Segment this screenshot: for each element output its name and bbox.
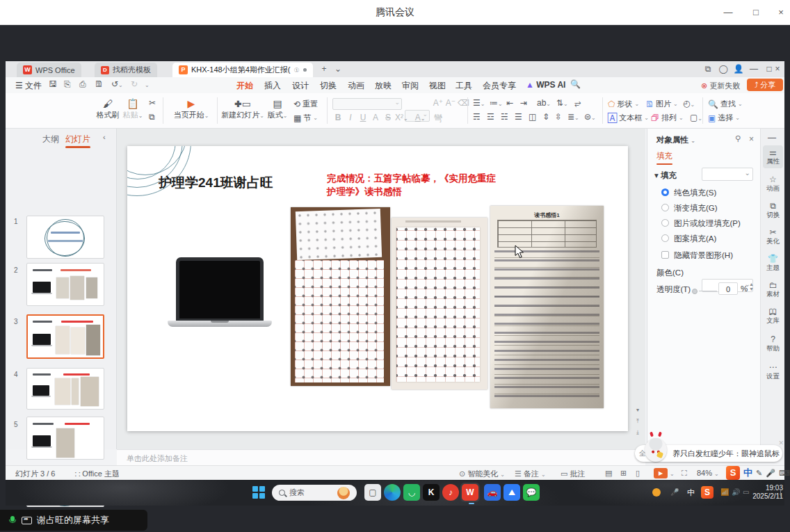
italic-icon[interactable]: I (345, 113, 356, 122)
hide-background-label[interactable]: 隐藏背景图形(H) (674, 250, 733, 261)
dock-collapse-icon[interactable]: — (768, 133, 776, 143)
new-slide-button[interactable]: 🞧▭新建幻灯片⌄ (221, 98, 264, 120)
menu-slideshow[interactable]: 放映 (375, 80, 392, 92)
laptop-image[interactable] (176, 257, 264, 321)
smart-beautify-button[interactable]: ⊙ 智能美化 ⌄ (459, 469, 505, 479)
gradient-fill-radio[interactable] (661, 204, 669, 211)
output-icon[interactable]: ⎘ (64, 79, 71, 89)
show-desktop-strip[interactable] (780, 490, 783, 497)
font-color-icon[interactable]: A⌄ (414, 113, 426, 122)
notes-toggle-button[interactable]: ☰ 备注 ⌄ (515, 469, 546, 479)
line-options-icon[interactable]: ≣⌄ (567, 112, 579, 122)
align-objects-icon[interactable]: ⊜⌄ (584, 112, 596, 122)
slide-thumbnail-1[interactable] (26, 216, 104, 259)
slide-sorter-button[interactable]: ⊞ (620, 469, 627, 478)
arrange-button[interactable]: 🗇排列⌄ (651, 113, 684, 123)
dock-animation[interactable]: ☆动画 (763, 175, 783, 193)
share-mic-icon[interactable] (8, 516, 17, 524)
slides-tab[interactable]: 幻灯片 (65, 134, 90, 145)
texture-fill-label[interactable]: 图片或纹理填充(P) (674, 218, 741, 229)
previous-slide-button[interactable]: ⤒ (634, 418, 642, 425)
indent-icon[interactable]: ⇥ (520, 98, 527, 108)
paste-button[interactable]: 📋粘贴⌄ (121, 98, 145, 120)
taskbar-app-mountain[interactable]: ⛰ (503, 484, 520, 501)
taskbar-app-edge[interactable] (384, 484, 401, 501)
tray-orange-app-icon[interactable] (652, 488, 661, 497)
menu-insert[interactable]: 插入 (264, 80, 281, 92)
text-sort-icon[interactable]: ⇅⌄ (556, 98, 568, 108)
notes-bar[interactable]: 单击此处添加备注 (117, 449, 645, 465)
completion-text-line2[interactable]: 护理学》读书感悟 (327, 186, 402, 198)
text-direction-icon[interactable]: ab⌄ (537, 98, 551, 108)
gradient-fill-label[interactable]: 渐变填充(G) (674, 203, 718, 213)
save-icon[interactable]: 🖫 (49, 79, 57, 89)
windows-start-button[interactable] (252, 486, 265, 499)
taskbar-app-wps[interactable]: W (462, 484, 478, 501)
tab-document[interactable]: P KHX-148小组第4期作业汇报( ① (172, 63, 313, 77)
tab-wps-office[interactable]: W WPS Office (17, 63, 81, 77)
menu-animation[interactable]: 动画 (348, 80, 364, 92)
dock-assets[interactable]: 🗀素材 (763, 280, 783, 299)
pen-icon[interactable]: ✎ (756, 469, 762, 478)
completion-text-line1[interactable]: 完成情况：五篇字帖临摹，《实用危重症 (327, 172, 496, 185)
picture-button[interactable]: 🖻图片⌄ (645, 99, 678, 109)
play-options-chevron-icon[interactable]: ⌄ (670, 471, 675, 477)
find-button[interactable]: 🔍查找⌄ (708, 99, 743, 109)
strikethrough-icon[interactable]: S (382, 113, 394, 122)
slide-thumbnail-5[interactable] (26, 417, 104, 460)
solid-fill-label[interactable]: 纯色填充(S) (674, 188, 716, 198)
search-icon[interactable]: 🔍 (570, 79, 581, 89)
line-spacing-icon[interactable]: ⇕ (542, 112, 549, 122)
fill-style-combobox[interactable] (702, 168, 753, 181)
volume-icon[interactable]: 🔊 (732, 488, 740, 496)
char-spacing-icon[interactable]: A (370, 113, 381, 122)
reset-button[interactable]: ⟲重置 (293, 99, 318, 109)
bold-icon[interactable]: B (332, 113, 344, 122)
taskbar-app-netease-music[interactable]: ♪ (442, 484, 459, 501)
reading-notes-photo[interactable]: 读书感悟1 (490, 206, 604, 408)
tray-ime-lang[interactable]: 中 (687, 487, 695, 498)
opacity-slider-handle[interactable] (692, 289, 698, 294)
dock-settings[interactable]: ⋯设置 (763, 362, 783, 381)
redo-icon[interactable]: ↻ (131, 79, 138, 89)
print-preview-icon[interactable]: 🖺 (95, 79, 103, 89)
dock-transition[interactable]: ⧉切换 (763, 201, 783, 220)
calligraphy-photo-1[interactable] (291, 207, 390, 386)
dock-library[interactable]: 🕮文库 (763, 307, 783, 325)
calligraphy-photo-2[interactable] (392, 218, 487, 389)
quickbar-chevron-icon[interactable]: ⌄ (145, 79, 150, 89)
menu-tools[interactable]: 工具 (456, 80, 472, 92)
taskbar-clock[interactable]: 19:03 2025/2/11 (752, 484, 783, 501)
opacity-slider-track[interactable] (699, 291, 717, 291)
comments-button[interactable]: ▭ 批注 (561, 469, 585, 479)
section-button[interactable]: ▦节⌄ (293, 113, 318, 123)
slideshow-play-button[interactable]: ▶ (654, 468, 668, 478)
taskbar-app-folder[interactable]: ▢ (364, 484, 381, 501)
mic-icon[interactable]: 🎤 (766, 469, 775, 478)
sidebar-collapse-icon[interactable]: ‹ (103, 133, 106, 141)
notes-placeholder[interactable]: 单击此处添加备注 (127, 453, 188, 464)
cut-icon[interactable]: ✂ (149, 98, 156, 108)
wifi-icon[interactable]: 📶 (720, 488, 729, 496)
number-list-icon[interactable]: ≔⌄ (490, 98, 503, 108)
select-button[interactable]: ▣选择⌄ (708, 113, 740, 123)
columns-icon[interactable]: ◫ (529, 112, 536, 122)
panel-close-icon[interactable]: × (749, 134, 754, 144)
dock-beautify[interactable]: ✂美化 (763, 227, 783, 246)
pin-icon[interactable]: ⚲ (735, 134, 741, 143)
next-slide-button[interactable]: ⤓ (634, 429, 642, 436)
pattern-fill-label[interactable]: 图案填充(A) (674, 234, 716, 244)
menu-home[interactable]: 开始 (236, 80, 253, 92)
tray-mic-icon[interactable]: 🎤 (670, 488, 679, 496)
fit-slide-icon[interactable]: ⛶ (682, 469, 687, 478)
theme-indicator[interactable]: ⸬ Office 主题 (75, 469, 120, 479)
convert-diagram-icon[interactable]: ⥂ (574, 98, 581, 108)
hide-background-checkbox[interactable] (661, 251, 669, 259)
taskbar-search-box[interactable]: 搜索 (272, 485, 357, 501)
file-menu[interactable]: ☰ 文件 (15, 80, 42, 92)
taskbar-app-wechat[interactable]: 💬 (523, 484, 540, 501)
object-more-icon[interactable]: ▢⌄ (690, 113, 702, 122)
menu-member[interactable]: 会员专享 (483, 80, 516, 92)
taskbar-app-green-chat[interactable]: ◡ (403, 484, 420, 501)
fill-section-header[interactable]: ▾ 填充 (654, 170, 677, 181)
